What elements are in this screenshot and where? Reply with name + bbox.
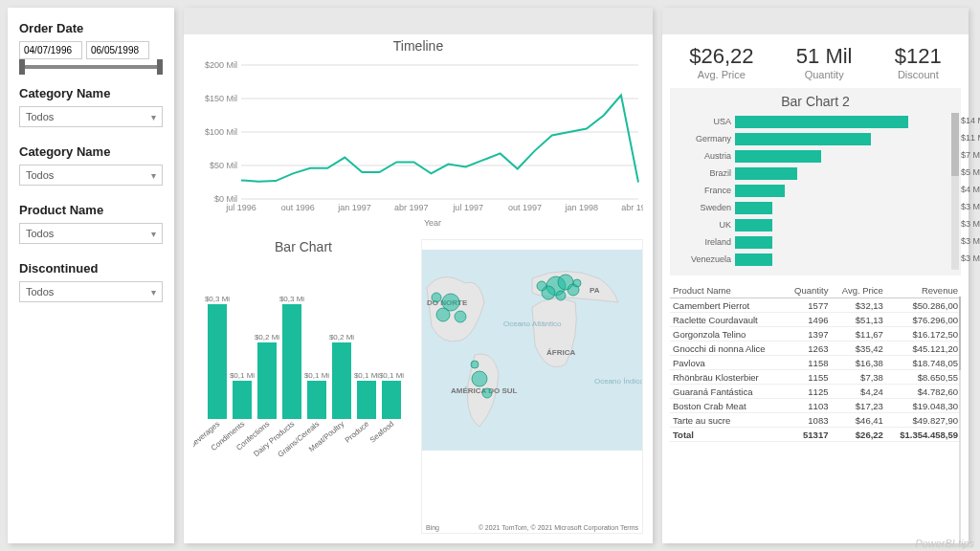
svg-text:out 1996: out 1996 bbox=[281, 203, 315, 212]
date-slider[interactable] bbox=[23, 65, 159, 69]
svg-text:$0,3 Mi: $0,3 Mi bbox=[279, 295, 304, 303]
svg-rect-27 bbox=[282, 304, 301, 419]
map-svg: DO NORTE AMÉRICA DO SUL ÁFRICA PA Oceano… bbox=[422, 240, 642, 460]
table-row[interactable]: Tarte au sucre1083$46,41$49.827,90 bbox=[670, 413, 961, 428]
svg-text:out 1997: out 1997 bbox=[508, 203, 542, 212]
table-row[interactable]: Boston Crab Meat1103$17,23$19.048,30 bbox=[670, 399, 961, 413]
svg-point-52 bbox=[432, 293, 441, 302]
table-row[interactable]: Raclette Courdavault1496$51,13$76.296,00 bbox=[670, 313, 961, 327]
filter-discontinued: Discontinued Todos ▾ bbox=[19, 261, 163, 302]
barchart-svg: $0,3 MiBeverages$0,1 MiCondiments$0,2 Mi… bbox=[193, 256, 413, 476]
kpi-discount: $121 Discount bbox=[895, 44, 942, 80]
product-dropdown[interactable]: Todos ▾ bbox=[19, 223, 163, 244]
svg-text:jan 1997: jan 1997 bbox=[337, 203, 371, 212]
filter-category-1: Category Name Todos ▾ bbox=[19, 86, 163, 127]
date-to-field[interactable] bbox=[86, 41, 149, 59]
table-row[interactable]: Rhönbräu Klosterbier1155$7,38$8.650,55 bbox=[670, 370, 961, 385]
table-row[interactable]: Pavlova1158$16,38$18.748,05 bbox=[670, 356, 961, 370]
svg-rect-39 bbox=[382, 381, 401, 419]
bc2-row[interactable]: Austria $7 Mil bbox=[674, 147, 957, 165]
table-row[interactable]: Guaraná Fantástica1125$4,24$4.782,60 bbox=[670, 385, 961, 399]
svg-text:$0,1 Mi: $0,1 Mi bbox=[230, 371, 255, 380]
category1-dropdown[interactable]: Todos ▾ bbox=[19, 106, 163, 127]
bc2-country: Sweden bbox=[674, 203, 731, 212]
svg-text:$200 Mil: $200 Mil bbox=[205, 60, 237, 70]
table-row[interactable]: Gorgonzola Telino1397$11,67$16.172,50 bbox=[670, 327, 961, 342]
svg-text:abr 1997: abr 1997 bbox=[394, 203, 429, 212]
svg-point-50 bbox=[436, 308, 450, 321]
product-label: Product Name bbox=[19, 203, 163, 217]
bc2-row[interactable]: Ireland $3 Mil bbox=[674, 233, 957, 251]
bar-chart-2-scrollbar[interactable] bbox=[951, 113, 959, 270]
barchart-title: Bar Chart bbox=[193, 239, 413, 254]
bc2-row[interactable]: Brazil $5 Mil bbox=[674, 165, 957, 182]
category2-value: Todos bbox=[26, 169, 54, 181]
svg-text:abr 1998: abr 1998 bbox=[621, 203, 643, 212]
svg-text:PA: PA bbox=[590, 286, 600, 295]
category2-dropdown[interactable]: Todos ▾ bbox=[19, 165, 163, 186]
bc2-country: USA bbox=[674, 117, 731, 126]
bc2-country: France bbox=[674, 186, 731, 195]
svg-text:$50 Mil: $50 Mil bbox=[210, 161, 237, 170]
timeline-chart[interactable]: Timeline $0 Mil$50 Mil$100 Mil$150 Mil$2… bbox=[184, 34, 653, 233]
svg-rect-24 bbox=[257, 342, 277, 419]
svg-point-62 bbox=[573, 279, 581, 287]
middle-header bbox=[184, 8, 653, 34]
svg-text:Oceano Atlântico: Oceano Atlântico bbox=[503, 320, 562, 328]
product-table[interactable]: Product NameQuantityAvg. PriceRevenue Ca… bbox=[670, 283, 961, 543]
kpi-avg-price: $26,22 Avg. Price bbox=[689, 44, 753, 80]
svg-rect-18 bbox=[208, 304, 227, 419]
bar-chart-2[interactable]: Bar Chart 2 USA $14 Mil Germany $11 Mil … bbox=[670, 88, 961, 276]
svg-text:$0,1 Mi: $0,1 Mi bbox=[354, 371, 379, 380]
table-header[interactable]: Product Name bbox=[670, 283, 785, 298]
discontinued-dropdown[interactable]: Todos ▾ bbox=[19, 281, 163, 302]
order-date-label: Order Date bbox=[19, 21, 163, 35]
bc2-country: Venezuela bbox=[674, 254, 731, 264]
chevron-down-icon: ▾ bbox=[151, 112, 156, 122]
bar-chart[interactable]: Bar Chart $0,3 MiBeverages$0,1 MiCondime… bbox=[193, 239, 413, 534]
right-panel: $26,22 Avg. Price 51 Mil Quantity $121 D… bbox=[662, 8, 969, 543]
svg-text:Seafood: Seafood bbox=[368, 420, 396, 445]
middle-panel: Timeline $0 Mil$50 Mil$100 Mil$150 Mil$2… bbox=[184, 8, 653, 543]
date-from-field[interactable] bbox=[19, 41, 82, 59]
svg-point-55 bbox=[471, 361, 479, 368]
svg-text:$150 Mil: $150 Mil bbox=[205, 94, 237, 103]
bc2-country: Ireland bbox=[674, 237, 731, 247]
svg-text:Produce: Produce bbox=[344, 419, 371, 444]
table-header[interactable]: Quantity bbox=[785, 283, 831, 298]
svg-point-51 bbox=[455, 311, 466, 322]
svg-point-61 bbox=[537, 281, 546, 291]
bc2-row[interactable]: Sweden $3 Mil bbox=[674, 199, 957, 216]
timeline-xlabel: Year bbox=[424, 218, 441, 228]
chevron-down-icon: ▾ bbox=[151, 170, 156, 181]
bc2-row[interactable]: USA $14 Mil bbox=[674, 113, 957, 130]
svg-point-53 bbox=[472, 371, 487, 386]
right-header bbox=[662, 8, 969, 34]
bc2-row[interactable]: France $4 Mil bbox=[674, 182, 957, 199]
map-attribution: Bing © 2021 TomTom, © 2021 Microsoft Cor… bbox=[426, 524, 638, 531]
kpi-row: $26,22 Avg. Price 51 Mil Quantity $121 D… bbox=[662, 34, 969, 88]
svg-text:$0,2 Mi: $0,2 Mi bbox=[255, 333, 279, 342]
discontinued-value: Todos bbox=[26, 286, 54, 298]
svg-point-60 bbox=[556, 291, 566, 300]
table-row[interactable]: Gnocchi di nonna Alice1263$35,42$45.121,… bbox=[670, 342, 961, 356]
bc2-row[interactable]: Germany $11 Mil bbox=[674, 130, 957, 147]
svg-rect-33 bbox=[332, 342, 351, 419]
bc2-row[interactable]: Venezuela $3 Mil bbox=[674, 251, 957, 268]
chevron-down-icon: ▾ bbox=[151, 229, 156, 239]
table-scrollbar[interactable] bbox=[959, 297, 961, 543]
table-header[interactable]: Revenue bbox=[886, 283, 961, 298]
category2-label: Category Name bbox=[19, 144, 163, 159]
svg-text:jan 1998: jan 1998 bbox=[564, 203, 598, 212]
table-header[interactable]: Avg. Price bbox=[831, 283, 885, 298]
timeline-title: Timeline bbox=[193, 38, 643, 54]
product-value: Todos bbox=[26, 228, 54, 239]
svg-point-54 bbox=[482, 388, 492, 398]
bc2-row[interactable]: UK $3 Mil bbox=[674, 216, 957, 233]
chevron-down-icon: ▾ bbox=[151, 287, 156, 298]
table-row[interactable]: Camembert Pierrot1577$32,13$50.286,00 bbox=[670, 298, 961, 313]
svg-rect-36 bbox=[357, 381, 376, 419]
discontinued-label: Discontinued bbox=[19, 261, 163, 276]
map-chart[interactable]: DO NORTE AMÉRICA DO SUL ÁFRICA PA Oceano… bbox=[421, 239, 643, 534]
map-copyright[interactable]: © 2021 TomTom, © 2021 Microsoft Corporat… bbox=[479, 524, 638, 531]
